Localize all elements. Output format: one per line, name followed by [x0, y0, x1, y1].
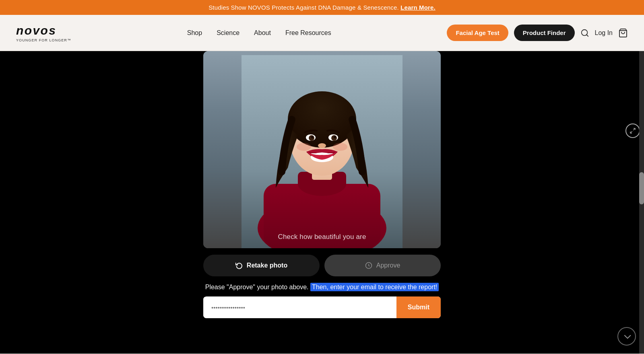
scroll-indicator [617, 327, 636, 346]
instructions-highlight: Then, enter your email to receive the re… [310, 283, 439, 291]
svg-line-1 [586, 35, 588, 36]
announcement-link[interactable]: Learn More. [400, 4, 436, 11]
nav-actions: Facial Age Test Product Finder Log In [447, 25, 628, 41]
approve-icon [365, 262, 372, 269]
svg-point-20 [333, 143, 347, 151]
nav-free-resources[interactable]: Free Resources [285, 29, 331, 36]
main-content: Check how beautiful you are Retake photo… [0, 51, 644, 354]
svg-point-10 [288, 91, 356, 148]
retake-icon [235, 262, 243, 269]
instructions-plain: Please "Approve" your photo above. [205, 284, 309, 290]
email-input[interactable] [203, 297, 396, 318]
logo-tagline: YOUNGER FOR LONGER™ [16, 38, 71, 42]
nav-links: Shop Science About Free Resources [187, 29, 331, 37]
retake-photo-button[interactable]: Retake photo [203, 255, 320, 276]
facial-age-test-button[interactable]: Facial Age Test [447, 25, 508, 41]
svg-point-15 [311, 136, 314, 138]
collapse-icon[interactable] [625, 123, 640, 138]
announcement-bar: Studies Show NOVOS Protects Against DNA … [0, 0, 644, 15]
approve-button[interactable]: Approve [324, 255, 441, 276]
cart-icon [618, 28, 628, 38]
action-buttons: Retake photo Approve [203, 255, 441, 276]
login-link[interactable]: Log In [595, 29, 613, 37]
scrollbar-thumb[interactable] [639, 172, 644, 204]
person-image [242, 55, 402, 248]
logo-text: novos [16, 24, 56, 37]
nav-science[interactable]: Science [217, 29, 239, 36]
svg-line-22 [633, 128, 635, 130]
svg-point-18 [318, 143, 326, 148]
email-form: Submit [203, 296, 441, 318]
logo[interactable]: novos YOUNGER FOR LONGER™ [16, 24, 71, 42]
svg-line-23 [630, 131, 632, 133]
search-icon [580, 29, 589, 37]
arrows-icon [630, 128, 636, 134]
scrollbar-track [639, 51, 644, 354]
photo-caption: Check how beautiful you are [203, 233, 441, 241]
navbar: novos YOUNGER FOR LONGER™ Shop Science A… [0, 15, 644, 51]
product-finder-button[interactable]: Product Finder [514, 25, 575, 41]
announcement-text: Studies Show NOVOS Protects Against DNA … [208, 4, 399, 11]
photo-preview: Check how beautiful you are [203, 51, 441, 248]
nav-about[interactable]: About [254, 29, 271, 36]
search-button[interactable] [580, 29, 589, 37]
svg-point-19 [297, 143, 311, 151]
submit-button[interactable]: Submit [396, 296, 441, 318]
nav-shop[interactable]: Shop [187, 29, 202, 36]
svg-point-16 [334, 136, 336, 138]
instructions-text: Please "Approve" your photo above. Then,… [203, 284, 441, 291]
photo-card: Check how beautiful you are [203, 51, 441, 248]
cart-button[interactable] [618, 28, 628, 38]
